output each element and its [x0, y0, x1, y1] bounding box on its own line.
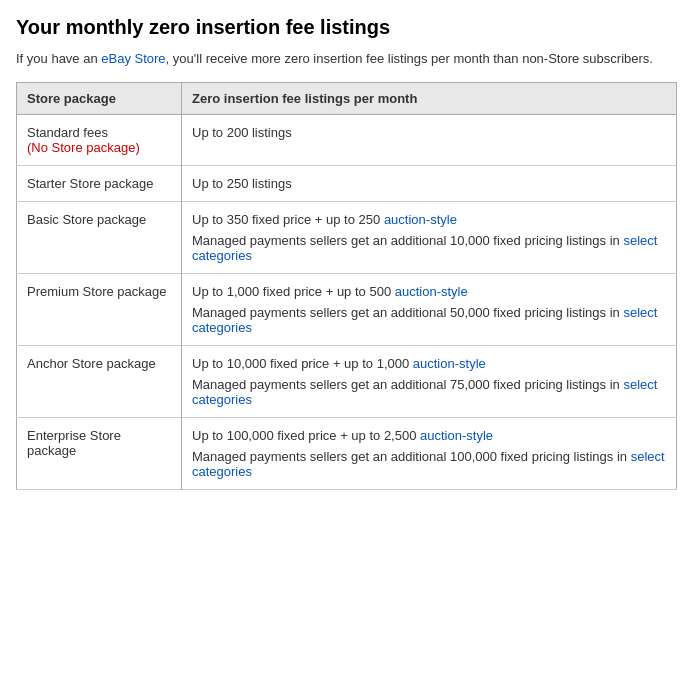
intro-text-before: If you have an [16, 51, 101, 66]
col-listings-header: Zero insertion fee listings per month [182, 83, 677, 115]
package-name-cell: Enterprise Store package [17, 418, 182, 490]
auction-style-link[interactable]: auction-style [384, 212, 457, 227]
listing-line-1-text: Up to 10,000 fixed price + up to 1,000 [192, 356, 413, 371]
auction-style-link[interactable]: auction-style [395, 284, 468, 299]
listing-line-2-text: Managed payments sellers get an addition… [192, 305, 623, 320]
ebay-store-link[interactable]: eBay Store [101, 51, 165, 66]
table-row: Standard fees(No Store package)Up to 200… [17, 115, 677, 166]
listing-line-2: Managed payments sellers get an addition… [192, 233, 666, 263]
listings-cell: Up to 10,000 fixed price + up to 1,000 a… [182, 346, 677, 418]
package-name: Basic Store package [27, 212, 146, 227]
package-name-cell: Premium Store package [17, 274, 182, 346]
table-row: Enterprise Store packageUp to 100,000 fi… [17, 418, 677, 490]
listing-line-2: Managed payments sellers get an addition… [192, 377, 666, 407]
package-name-cell: Starter Store package [17, 166, 182, 202]
package-name-cell: Basic Store package [17, 202, 182, 274]
listing-line-1: Up to 200 listings [192, 125, 666, 140]
listing-line-2-text: Managed payments sellers get an addition… [192, 233, 623, 248]
page-title: Your monthly zero insertion fee listings [16, 16, 677, 39]
auction-style-link[interactable]: auction-style [413, 356, 486, 371]
col-package-header: Store package [17, 83, 182, 115]
listing-line-1: Up to 250 listings [192, 176, 666, 191]
listing-line-1-text: Up to 1,000 fixed price + up to 500 [192, 284, 395, 299]
listings-cell: Up to 100,000 fixed price + up to 2,500 … [182, 418, 677, 490]
package-name: Starter Store package [27, 176, 153, 191]
table-row: Anchor Store packageUp to 10,000 fixed p… [17, 346, 677, 418]
package-name: Enterprise Store package [27, 428, 121, 458]
listing-line-2: Managed payments sellers get an addition… [192, 449, 666, 479]
listings-table: Store package Zero insertion fee listing… [16, 82, 677, 490]
table-header-row: Store package Zero insertion fee listing… [17, 83, 677, 115]
listing-line-1-text: Up to 100,000 fixed price + up to 2,500 [192, 428, 420, 443]
listing-line-1-text: Up to 350 fixed price + up to 250 [192, 212, 384, 227]
listings-cell: Up to 1,000 fixed price + up to 500 auct… [182, 274, 677, 346]
table-row: Starter Store packageUp to 250 listings [17, 166, 677, 202]
listings-cell: Up to 200 listings [182, 115, 677, 166]
auction-style-link[interactable]: auction-style [420, 428, 493, 443]
listing-line-2-text: Managed payments sellers get an addition… [192, 377, 623, 392]
package-name-cell: Standard fees(No Store package) [17, 115, 182, 166]
listing-line-1: Up to 100,000 fixed price + up to 2,500 … [192, 428, 666, 443]
package-name: Anchor Store package [27, 356, 156, 371]
package-name-cell: Anchor Store package [17, 346, 182, 418]
package-name: Standard fees [27, 125, 108, 140]
listing-line-2-text: Managed payments sellers get an addition… [192, 449, 631, 464]
listing-line-2: Managed payments sellers get an addition… [192, 305, 666, 335]
listing-line-1: Up to 1,000 fixed price + up to 500 auct… [192, 284, 666, 299]
package-name: Premium Store package [27, 284, 166, 299]
intro-paragraph: If you have an eBay Store, you'll receiv… [16, 51, 677, 66]
listings-cell: Up to 250 listings [182, 166, 677, 202]
table-row: Basic Store packageUp to 350 fixed price… [17, 202, 677, 274]
table-row: Premium Store packageUp to 1,000 fixed p… [17, 274, 677, 346]
listing-line-1: Up to 350 fixed price + up to 250 auctio… [192, 212, 666, 227]
listings-cell: Up to 350 fixed price + up to 250 auctio… [182, 202, 677, 274]
listing-line-1: Up to 10,000 fixed price + up to 1,000 a… [192, 356, 666, 371]
intro-text-after: , you'll receive more zero insertion fee… [166, 51, 653, 66]
package-sub: (No Store package) [27, 140, 140, 155]
